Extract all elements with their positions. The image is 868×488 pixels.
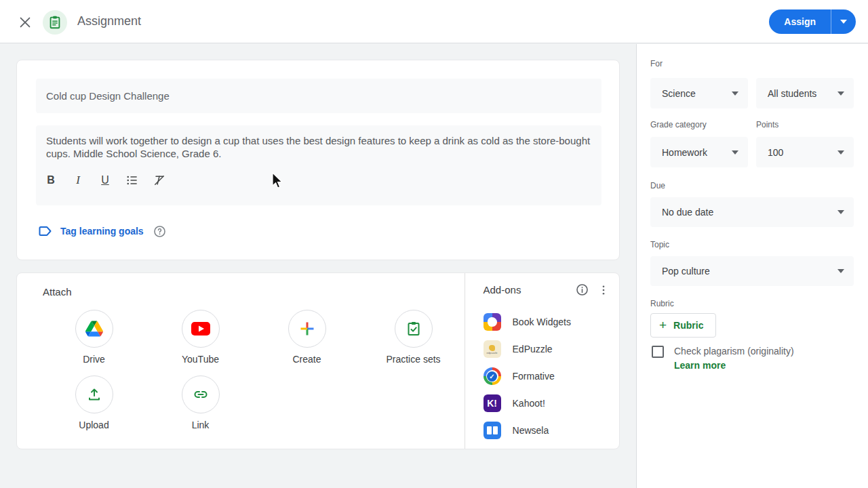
practice-sets-icon — [395, 310, 433, 348]
tag-learning-goals[interactable]: Tag learning goals — [37, 223, 166, 239]
addon-label: Kahoot! — [513, 398, 545, 409]
addon-edpuzzle[interactable]: edpuzzle EdPuzzle — [484, 336, 614, 363]
assign-button[interactable]: Assign — [769, 9, 831, 34]
tag-learning-goals-label: Tag learning goals — [60, 226, 144, 237]
top-bar: Assignment Assign — [0, 0, 868, 43]
page-title: Assignment — [77, 14, 141, 28]
more-options-icon[interactable] — [597, 284, 610, 296]
attach-create-button[interactable]: Create — [254, 310, 360, 365]
drive-icon — [75, 310, 113, 348]
chevron-down-icon — [732, 92, 738, 96]
addons-list: Book Widgets edpuzzle EdPuzzle ✓ Formati… — [484, 308, 614, 444]
bold-button[interactable]: B — [44, 173, 58, 188]
addons-header: Add-ons — [484, 283, 610, 296]
due-label: Due — [650, 181, 665, 190]
topic-label: Topic — [650, 240, 669, 249]
class-select[interactable]: Science — [650, 78, 748, 108]
attach-drive-button[interactable]: Drive — [41, 310, 147, 365]
assign-dropdown-button[interactable] — [831, 9, 856, 34]
settings-sidebar: For Science All students Grade category … — [636, 44, 868, 488]
addon-kahoot[interactable]: K! Kahoot! — [484, 390, 614, 417]
assignment-clipboard-icon — [43, 10, 67, 35]
instructions-input[interactable]: Students will work together to design a … — [36, 125, 601, 205]
help-icon[interactable] — [153, 225, 166, 238]
bulleted-list-button[interactable] — [125, 173, 139, 188]
assign-split-button: Assign — [769, 9, 856, 34]
main-content: Cold cup Design Challenge Students will … — [0, 44, 636, 488]
attach-option-label: YouTube — [182, 354, 219, 365]
chevron-down-icon — [837, 210, 844, 214]
create-plus-icon — [288, 310, 326, 348]
kahoot-icon: K! — [484, 394, 501, 412]
chevron-down-icon — [837, 150, 844, 155]
clear-formatting-button[interactable] — [153, 173, 166, 188]
attach-option-label: Upload — [79, 420, 108, 430]
grade-category-value: Homework — [662, 147, 732, 158]
rubric-label: Rubric — [650, 299, 674, 308]
link-icon — [182, 375, 220, 413]
grade-category-label: Grade category — [650, 120, 707, 129]
addon-label: Book Widgets — [513, 317, 571, 327]
attach-section: Attach Drive — [17, 273, 465, 449]
attach-youtube-button[interactable]: YouTube — [147, 310, 254, 365]
due-date-select[interactable]: No due date — [650, 197, 854, 227]
attach-option-label: Create — [292, 354, 321, 365]
addons-heading: Add-ons — [484, 284, 576, 296]
info-icon[interactable] — [576, 283, 589, 296]
for-label: For — [650, 59, 663, 68]
chevron-down-icon — [840, 20, 847, 24]
assignment-form-card: Cold cup Design Challenge Students will … — [16, 60, 620, 260]
close-icon[interactable] — [18, 15, 33, 30]
plagiarism-row: Check plagarism (originality) — [652, 346, 794, 358]
addon-newsela[interactable]: Newsela — [484, 417, 614, 444]
attach-practice-sets-button[interactable]: Practice sets — [360, 310, 467, 365]
attach-heading: Attach — [43, 286, 72, 298]
add-rubric-button[interactable]: + Rubric — [650, 313, 716, 338]
points-label: Points — [756, 120, 778, 129]
learn-more-link[interactable]: Learn more — [674, 360, 726, 371]
attach-option-label: Drive — [83, 354, 105, 365]
plus-icon: + — [659, 318, 667, 333]
rubric-button-label: Rubric — [673, 320, 703, 331]
addon-book-widgets[interactable]: Book Widgets — [484, 308, 614, 336]
points-select[interactable]: 100 — [756, 137, 854, 167]
chevron-down-icon — [837, 92, 844, 96]
grade-category-select[interactable]: Homework — [650, 137, 748, 167]
plagiarism-checkbox[interactable] — [652, 346, 664, 358]
formative-icon: ✓ — [484, 367, 501, 385]
newsela-icon — [484, 422, 501, 439]
upload-icon — [75, 375, 113, 413]
edpuzzle-icon: edpuzzle — [484, 340, 501, 358]
points-value: 100 — [768, 147, 837, 158]
attach-option-label: Link — [192, 420, 210, 430]
students-select[interactable]: All students — [756, 78, 854, 108]
book-widgets-icon — [484, 313, 501, 331]
underline-button[interactable]: U — [98, 173, 112, 188]
youtube-icon — [182, 310, 220, 348]
students-select-value: All students — [768, 88, 837, 99]
chevron-down-icon — [837, 269, 844, 273]
class-select-value: Science — [662, 88, 732, 99]
assignment-editor: { "header": { "title": "Assignment", "as… — [0, 0, 868, 488]
attach-upload-button[interactable]: Upload — [41, 375, 147, 430]
addon-label: Newsela — [513, 425, 549, 436]
title-input[interactable]: Cold cup Design Challenge — [36, 79, 601, 113]
topic-value: Pop culture — [662, 266, 837, 277]
plagiarism-label: Check plagarism (originality) — [674, 346, 794, 357]
attach-addons-card: Attach Drive — [16, 272, 620, 449]
topic-select[interactable]: Pop culture — [650, 256, 854, 286]
attach-option-label: Practice sets — [386, 354, 440, 365]
italic-button[interactable]: I — [71, 173, 85, 188]
due-date-value: No due date — [662, 207, 837, 218]
format-toolbar: B I U — [44, 173, 166, 188]
chevron-down-icon — [732, 150, 738, 155]
attach-link-button[interactable]: Link — [147, 375, 254, 430]
tag-icon — [37, 223, 54, 239]
addon-label: EdPuzzle — [513, 344, 553, 354]
addon-formative[interactable]: ✓ Formative — [484, 363, 614, 390]
addons-section: Add-ons Book Widgets — [465, 273, 619, 449]
addon-label: Formative — [513, 371, 555, 382]
